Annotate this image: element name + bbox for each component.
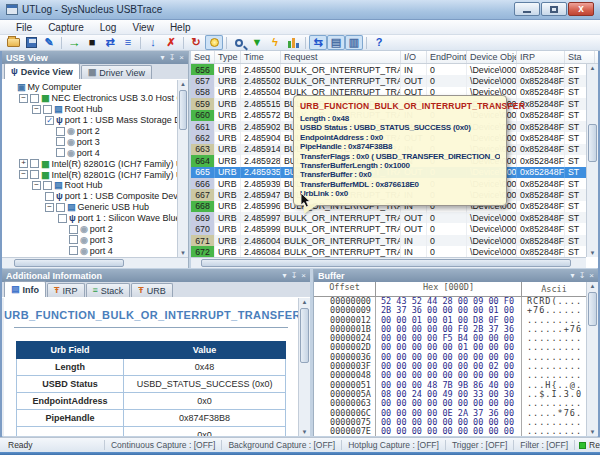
tree-item[interactable]: ✓ψport 1 : USB Mass Storage Device bbox=[2, 115, 177, 126]
statistics-button[interactable] bbox=[284, 35, 302, 50]
close-icon[interactable]: × bbox=[301, 272, 306, 280]
table-vertical-scrollbar[interactable]: ▲ ▼ bbox=[586, 64, 598, 257]
tab-irp[interactable]: ŦIRP bbox=[47, 283, 85, 297]
tree-item[interactable]: −▦NEC Electronics USB 3.0 Host Controlle… bbox=[2, 93, 177, 104]
clear-button[interactable]: ✗ bbox=[162, 35, 180, 50]
help-button[interactable]: ? bbox=[370, 35, 388, 50]
table-row[interactable]: 671URB2.486004BULK_OR_INTERRUPT_TRANSFER… bbox=[191, 235, 586, 246]
panel-menu-icon[interactable]: ▾ bbox=[571, 272, 575, 280]
tree-checkbox[interactable] bbox=[56, 127, 65, 136]
tree-checkbox[interactable] bbox=[69, 225, 78, 234]
scroll-down-icon[interactable]: ▼ bbox=[178, 250, 188, 256]
tab-driver-view[interactable]: ▦Driver View bbox=[81, 65, 152, 79]
scroll-up-icon[interactable]: ▲ bbox=[587, 283, 598, 289]
scroll-up-icon[interactable]: ▲ bbox=[299, 299, 310, 305]
tree-checkbox[interactable] bbox=[43, 181, 52, 190]
tree-checkbox[interactable] bbox=[30, 94, 39, 103]
refresh-button[interactable]: ↻ bbox=[187, 35, 205, 50]
menu-help[interactable]: Help bbox=[162, 20, 199, 34]
tree-checkbox[interactable]: ✓ bbox=[45, 116, 54, 125]
edit-button[interactable]: ✎ bbox=[40, 35, 58, 50]
column-header-endpoint[interactable]: EndPoint bbox=[427, 51, 467, 63]
tab-stack[interactable]: ≡Stack bbox=[86, 283, 131, 297]
column-header-irp[interactable]: IRP bbox=[517, 51, 565, 63]
buffer-vertical-scrollbar[interactable]: ▲ ▼ bbox=[586, 282, 598, 436]
table-row[interactable]: 670URB2.485999BULK_OR_INTERRUPT_TRANSFER… bbox=[191, 223, 586, 234]
tree-item[interactable]: −▤Root Hub bbox=[2, 104, 177, 115]
highlight-button[interactable] bbox=[205, 35, 223, 50]
pin-icon[interactable]: ↧ bbox=[291, 272, 298, 280]
search-button[interactable] bbox=[230, 35, 248, 50]
tree-item[interactable]: ψport 1 : USB Composite Device bbox=[2, 191, 177, 202]
tree-checkbox[interactable] bbox=[69, 246, 78, 255]
tree-item[interactable]: ▣My Computer bbox=[2, 82, 177, 93]
close-icon[interactable]: × bbox=[179, 54, 184, 62]
column-header-deviceobject[interactable]: Device Object bbox=[467, 51, 517, 63]
menu-file[interactable]: File bbox=[8, 20, 40, 34]
tree-checkbox[interactable] bbox=[58, 214, 67, 223]
tree-expander-icon[interactable]: − bbox=[19, 170, 28, 179]
tree-checkbox[interactable] bbox=[30, 159, 39, 168]
scroll-down-icon[interactable]: ▼ bbox=[587, 250, 598, 256]
start-capture-button[interactable]: → bbox=[65, 35, 83, 50]
column-header-io[interactable]: I/O bbox=[401, 51, 427, 63]
tree-expander-icon[interactable]: + bbox=[19, 159, 28, 168]
tree-item[interactable]: ψport 1 : Silicon Wave Bluetooth Wire bbox=[2, 213, 177, 224]
tree-expander-icon[interactable]: − bbox=[32, 105, 41, 114]
tree-item[interactable]: +▦Intel(R) 82801G (ICH7 Family) USB Univ… bbox=[2, 158, 177, 169]
tree-horizontal-scrollbar[interactable] bbox=[2, 257, 188, 268]
tab-info[interactable]: ▤Info bbox=[4, 281, 46, 297]
panel-menu-icon[interactable]: ▾ bbox=[161, 54, 165, 62]
usb-view-toggle-button[interactable]: ⇆ bbox=[309, 35, 327, 50]
tree-item[interactable]: ◉port 2 bbox=[2, 224, 177, 235]
tree-checkbox[interactable] bbox=[30, 170, 39, 179]
menu-log[interactable]: Log bbox=[92, 20, 125, 34]
pin-icon[interactable]: ↧ bbox=[169, 54, 176, 62]
tree-checkbox[interactable] bbox=[56, 203, 65, 212]
info-vertical-scrollbar[interactable]: ▲ ▼ bbox=[298, 298, 310, 436]
trace-table-header[interactable]: SeqTypeTimeRequestI/OEndPointDevice Obje… bbox=[191, 51, 598, 64]
minimize-button[interactable] bbox=[514, 2, 540, 16]
column-header-sta[interactable]: Sta bbox=[565, 51, 595, 63]
column-header-time[interactable]: Time bbox=[241, 51, 281, 63]
tree-checkbox[interactable] bbox=[56, 137, 65, 146]
table-row[interactable]: 672URB2.486084BULK_OR_INTERRUPT_TRANSFER… bbox=[191, 246, 586, 257]
filter-button[interactable]: ▼ bbox=[248, 35, 266, 50]
tree-checkbox[interactable] bbox=[43, 105, 52, 114]
tree-item[interactable]: ◉port 3 bbox=[2, 136, 177, 147]
pin-icon[interactable]: ↧ bbox=[579, 272, 586, 280]
tree-checkbox[interactable] bbox=[69, 235, 78, 244]
maximize-button[interactable] bbox=[541, 2, 567, 16]
open-file-button[interactable] bbox=[4, 35, 22, 50]
tree-item[interactable]: ◉port 3 bbox=[2, 234, 177, 245]
log-button[interactable]: ≡ bbox=[119, 35, 137, 50]
title-bar[interactable]: UTLog - SysNucleus USBTrace x bbox=[0, 0, 600, 20]
tree-item[interactable]: ◉port 2 bbox=[2, 126, 177, 137]
table-row[interactable]: 656URB2.485500BULK_OR_INTERRUPT_TRANSFER… bbox=[191, 64, 586, 75]
column-header-type[interactable]: Type bbox=[215, 51, 241, 63]
scroll-up-icon[interactable]: ▲ bbox=[587, 65, 598, 71]
tree-vertical-scrollbar[interactable]: ▲ ▼ bbox=[177, 80, 188, 257]
close-button[interactable]: x bbox=[568, 2, 594, 16]
tree-expander-icon[interactable]: − bbox=[45, 203, 54, 212]
trigger-button[interactable]: ϟ bbox=[266, 35, 284, 50]
column-header-request[interactable]: Request bbox=[281, 51, 401, 63]
close-icon[interactable]: × bbox=[589, 272, 594, 280]
menu-capture[interactable]: Capture bbox=[40, 20, 92, 34]
scroll-down-icon[interactable]: ▼ bbox=[299, 429, 310, 435]
tree-item[interactable]: −▤Generic USB Hub bbox=[2, 202, 177, 213]
tree-item[interactable]: ◉port 4 bbox=[2, 245, 177, 256]
info-view-toggle-button[interactable]: ▤ bbox=[327, 35, 345, 50]
tree-expander-icon[interactable]: − bbox=[32, 181, 41, 190]
reenumerate-button[interactable]: ⇄ bbox=[101, 35, 119, 50]
table-row[interactable]: 657URB2.485502BULK_OR_INTERRUPT_TRANSFER… bbox=[191, 75, 586, 86]
tab-urb[interactable]: ŦURB bbox=[131, 283, 173, 297]
scroll-up-icon[interactable]: ▲ bbox=[178, 81, 188, 87]
column-header-seq[interactable]: Seq bbox=[191, 51, 215, 63]
tree-item[interactable]: ◉port 4 bbox=[2, 147, 177, 158]
panel-menu-icon[interactable]: ▾ bbox=[283, 272, 287, 280]
table-horizontal-scrollbar[interactable] bbox=[191, 257, 586, 268]
tree-checkbox[interactable] bbox=[56, 148, 65, 157]
scroll-down-button[interactable]: ↓ bbox=[144, 35, 162, 50]
tab-device-view[interactable]: ψDevice View bbox=[4, 63, 80, 79]
